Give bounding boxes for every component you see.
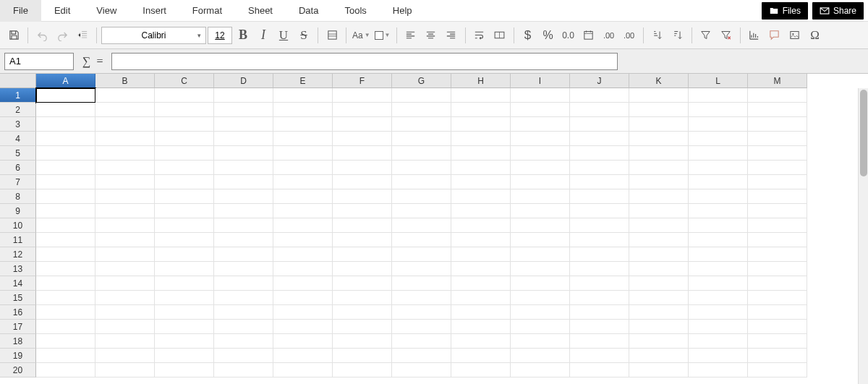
column-header[interactable]: E xyxy=(273,74,333,88)
cell[interactable] xyxy=(95,218,155,233)
scroll-thumb[interactable] xyxy=(860,90,867,176)
row-header[interactable]: 1 xyxy=(0,88,36,103)
row-header[interactable]: 13 xyxy=(0,262,36,276)
cell[interactable] xyxy=(570,161,629,175)
cell[interactable] xyxy=(748,204,807,218)
increase-decimal-button[interactable]: .00 xyxy=(600,26,618,45)
cell[interactable] xyxy=(451,262,511,276)
cell[interactable] xyxy=(95,334,155,349)
cell[interactable] xyxy=(214,349,273,363)
cell[interactable] xyxy=(392,161,451,175)
cell[interactable] xyxy=(95,233,155,247)
cell[interactable] xyxy=(273,88,333,103)
cell[interactable] xyxy=(333,189,392,204)
row-header[interactable]: 12 xyxy=(0,247,36,262)
column-header[interactable]: B xyxy=(95,74,155,88)
align-left-button[interactable] xyxy=(401,26,420,45)
cell[interactable] xyxy=(451,103,511,117)
cell[interactable] xyxy=(392,291,451,305)
cell[interactable] xyxy=(570,262,629,276)
cell[interactable] xyxy=(214,117,273,132)
cell[interactable] xyxy=(392,132,451,146)
select-all-corner[interactable] xyxy=(0,74,36,88)
cell[interactable] xyxy=(629,103,689,117)
cell[interactable] xyxy=(214,88,273,103)
cell[interactable] xyxy=(570,204,629,218)
cell[interactable] xyxy=(689,276,748,291)
cell[interactable] xyxy=(333,305,392,320)
cell[interactable] xyxy=(95,262,155,276)
cell[interactable] xyxy=(689,363,748,377)
cell[interactable] xyxy=(36,233,95,247)
cell[interactable] xyxy=(748,233,807,247)
cell[interactable] xyxy=(155,320,214,334)
cell[interactable] xyxy=(629,305,689,320)
sigma-button[interactable]: ∑ xyxy=(82,55,90,68)
cell[interactable] xyxy=(155,161,214,175)
cell[interactable] xyxy=(155,276,214,291)
cell[interactable] xyxy=(95,189,155,204)
cell[interactable] xyxy=(629,276,689,291)
cell[interactable] xyxy=(214,334,273,349)
cell[interactable] xyxy=(570,117,629,132)
cell[interactable] xyxy=(748,175,807,189)
cell[interactable] xyxy=(511,204,570,218)
cell[interactable] xyxy=(570,247,629,262)
cell[interactable] xyxy=(333,320,392,334)
cell[interactable] xyxy=(570,334,629,349)
cell[interactable] xyxy=(36,189,95,204)
cell[interactable] xyxy=(570,103,629,117)
cell[interactable] xyxy=(748,262,807,276)
menu-file[interactable]: File xyxy=(0,0,41,22)
cell-format-button[interactable] xyxy=(323,26,341,45)
cell[interactable] xyxy=(392,305,451,320)
row-header[interactable]: 4 xyxy=(0,132,36,146)
row-header[interactable]: 17 xyxy=(0,320,36,334)
cell[interactable] xyxy=(570,88,629,103)
cell[interactable] xyxy=(95,146,155,161)
filter-button[interactable] xyxy=(697,26,715,45)
column-header[interactable]: M xyxy=(748,74,807,88)
cell[interactable] xyxy=(392,320,451,334)
cell[interactable] xyxy=(451,175,511,189)
cell[interactable] xyxy=(155,363,214,377)
cell[interactable] xyxy=(95,161,155,175)
cell[interactable] xyxy=(570,146,629,161)
menu-help[interactable]: Help xyxy=(380,0,425,22)
menu-format[interactable]: Format xyxy=(179,0,235,22)
cell[interactable] xyxy=(155,88,214,103)
cell[interactable] xyxy=(155,349,214,363)
cell[interactable] xyxy=(689,320,748,334)
cell[interactable] xyxy=(273,161,333,175)
cell[interactable] xyxy=(95,349,155,363)
menu-edit[interactable]: Edit xyxy=(41,0,83,22)
cell[interactable] xyxy=(511,88,570,103)
cell[interactable] xyxy=(155,103,214,117)
cell[interactable] xyxy=(629,146,689,161)
cell[interactable] xyxy=(273,291,333,305)
cell[interactable] xyxy=(451,334,511,349)
cell[interactable] xyxy=(511,262,570,276)
cell[interactable] xyxy=(629,233,689,247)
strikethrough-button[interactable]: S xyxy=(294,26,313,45)
cell[interactable] xyxy=(451,349,511,363)
cell[interactable] xyxy=(36,247,95,262)
cell[interactable] xyxy=(689,204,748,218)
cell[interactable] xyxy=(392,233,451,247)
cell[interactable] xyxy=(629,218,689,233)
column-header[interactable]: I xyxy=(511,74,570,88)
cell[interactable] xyxy=(511,132,570,146)
cell[interactable] xyxy=(629,349,689,363)
column-header[interactable]: D xyxy=(214,74,273,88)
cell[interactable] xyxy=(214,103,273,117)
cell[interactable] xyxy=(95,117,155,132)
cell[interactable] xyxy=(511,189,570,204)
cell[interactable] xyxy=(36,363,95,377)
cell[interactable] xyxy=(36,103,95,117)
cell[interactable] xyxy=(273,146,333,161)
cell[interactable] xyxy=(155,262,214,276)
formula-input[interactable] xyxy=(111,53,618,70)
cell[interactable] xyxy=(511,305,570,320)
percent-button[interactable]: % xyxy=(539,26,558,45)
cell[interactable] xyxy=(511,146,570,161)
